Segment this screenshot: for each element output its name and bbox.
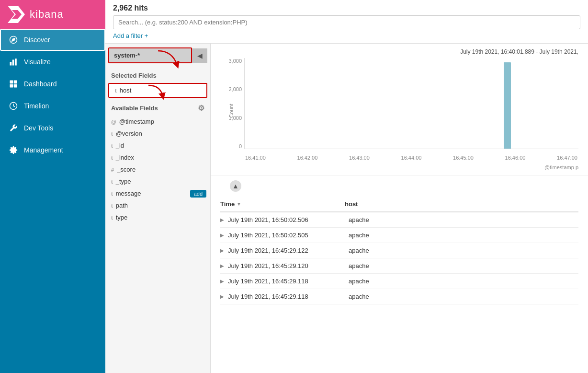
sidebar-item-label-visualize: Visualize bbox=[24, 58, 51, 66]
host-value: apache bbox=[349, 293, 578, 300]
available-field-type[interactable]: t _type bbox=[105, 175, 210, 187]
chart-x-axis: 16:41:00 16:42:00 16:43:00 16:44:00 16:4… bbox=[244, 152, 578, 163]
col-time-header[interactable]: Time ▼ bbox=[220, 200, 345, 208]
kibana-logo-text: kibana bbox=[30, 8, 64, 21]
sidebar-item-label-timelion: Timelion bbox=[24, 102, 49, 110]
chart-y-axis: 3,000 2,000 1,000 0 bbox=[220, 58, 244, 149]
expand-row-button[interactable]: ▶ bbox=[220, 279, 224, 284]
compass-icon bbox=[9, 35, 18, 45]
time-value: July 19th 2021, 16:45:29.118 bbox=[228, 293, 349, 300]
main-content: 2,962 hits Add a filter + system-* bbox=[105, 0, 588, 373]
clock-icon bbox=[9, 101, 18, 111]
available-field-index[interactable]: t _index bbox=[105, 152, 210, 163]
sidebar-item-label-dashboard: Dashboard bbox=[24, 80, 57, 88]
sidebar-item-timelion[interactable]: Timelion bbox=[0, 95, 105, 117]
available-fields-gear-icon[interactable]: ⚙ bbox=[198, 104, 204, 113]
svg-marker-2 bbox=[12, 38, 15, 41]
available-field-version[interactable]: t @version bbox=[105, 128, 210, 140]
available-field-path[interactable]: t path bbox=[105, 199, 210, 211]
kibana-logo-icon bbox=[8, 6, 25, 23]
collapse-chart-button[interactable]: ▲ bbox=[230, 180, 241, 192]
arrow-annotation-host bbox=[144, 83, 168, 102]
svg-rect-5 bbox=[15, 58, 17, 65]
search-input[interactable] bbox=[118, 19, 575, 26]
sidebar: kibana Discover Visualize bbox=[0, 0, 105, 373]
svg-rect-4 bbox=[12, 60, 14, 66]
host-value: apache bbox=[349, 232, 578, 239]
grid-icon bbox=[9, 79, 18, 89]
time-value: July 19th 2021, 16:45:29.118 bbox=[228, 278, 349, 285]
table-row: ▶ July 19th 2021, 16:45:29.118 apache bbox=[220, 289, 578, 304]
sidebar-item-label-discover: Discover bbox=[24, 36, 50, 44]
hits-count: 2,962 hits bbox=[113, 4, 580, 12]
content-area: system-* ◀ Selected Fields t host bbox=[105, 44, 588, 373]
results-header: Time ▼ host bbox=[220, 197, 578, 212]
search-bar[interactable] bbox=[113, 15, 580, 29]
time-value: July 19th 2021, 16:50:02.505 bbox=[228, 232, 349, 239]
sidebar-item-devtools[interactable]: Dev Tools bbox=[0, 117, 105, 139]
sidebar-item-visualize[interactable]: Visualize bbox=[0, 51, 105, 73]
svg-marker-0 bbox=[12, 10, 22, 19]
sidebar-nav: Discover Visualize Dashboard bbox=[0, 29, 105, 161]
sidebar-item-label-devtools: Dev Tools bbox=[24, 124, 53, 132]
filter-row: Add a filter + bbox=[113, 32, 580, 39]
host-value: apache bbox=[349, 278, 578, 285]
time-value: July 19th 2021, 16:45:29.122 bbox=[228, 247, 349, 254]
expand-row-button[interactable]: ▶ bbox=[220, 263, 224, 268]
field-type-badge-host: t bbox=[115, 88, 117, 93]
table-row: ▶ July 19th 2021, 16:50:02.506 apache bbox=[220, 212, 578, 228]
sidebar-item-label-management: Management bbox=[24, 146, 63, 154]
right-panel: July 19th 2021, 16:40:01.889 - July 19th… bbox=[211, 44, 588, 373]
chart-area: July 19th 2021, 16:40:01.889 - July 19th… bbox=[211, 44, 588, 175]
bar-tall bbox=[504, 62, 511, 149]
gear-icon bbox=[9, 145, 18, 155]
wrench-icon bbox=[9, 123, 18, 133]
expand-row-button[interactable]: ▶ bbox=[220, 294, 224, 299]
chart-container: Count 3,000 2,000 1,000 0 bbox=[220, 58, 578, 163]
svg-rect-3 bbox=[10, 62, 12, 66]
time-value: July 19th 2021, 16:50:02.506 bbox=[228, 216, 349, 223]
chart-body bbox=[244, 58, 578, 149]
host-value: apache bbox=[349, 216, 578, 223]
results-area: Time ▼ host ▶ July 19th 2021, 16:50:02.5… bbox=[211, 197, 588, 373]
logo-area: kibana bbox=[0, 0, 105, 29]
x-axis-label: @timestamp p bbox=[220, 164, 578, 170]
svg-rect-6 bbox=[10, 81, 13, 84]
available-field-timestamp[interactable]: @ @timestamp bbox=[105, 116, 210, 128]
table-row: ▶ July 19th 2021, 16:50:02.505 apache bbox=[220, 228, 578, 243]
bar-chart-icon bbox=[9, 57, 18, 67]
add-filter-button[interactable]: Add a filter + bbox=[113, 32, 148, 39]
table-row: ▶ July 19th 2021, 16:45:29.122 apache bbox=[220, 243, 578, 258]
date-range: July 19th 2021, 16:40:01.889 - July 19th… bbox=[460, 48, 578, 55]
arrow-annotation-index bbox=[153, 48, 182, 72]
expand-row-button[interactable]: ▶ bbox=[220, 248, 224, 253]
svg-rect-9 bbox=[14, 84, 17, 88]
topbar: 2,962 hits Add a filter + bbox=[105, 0, 588, 44]
host-value: apache bbox=[349, 262, 578, 269]
sidebar-item-discover[interactable]: Discover bbox=[0, 29, 105, 51]
index-nav-button[interactable]: ◀ bbox=[192, 48, 207, 63]
table-row: ▶ July 19th 2021, 16:45:29.118 apache bbox=[220, 274, 578, 289]
available-field-message[interactable]: t message add bbox=[105, 187, 210, 199]
left-panel: system-* ◀ Selected Fields t host bbox=[105, 44, 211, 373]
expand-row-button[interactable]: ▶ bbox=[220, 217, 224, 222]
expand-row-button[interactable]: ▶ bbox=[220, 233, 224, 238]
available-field-type2[interactable]: t type bbox=[105, 211, 210, 223]
table-row: ▶ July 19th 2021, 16:45:29.120 apache bbox=[220, 258, 578, 274]
sidebar-item-dashboard[interactable]: Dashboard bbox=[0, 73, 105, 95]
available-field-id[interactable]: t _id bbox=[105, 140, 210, 152]
add-message-button[interactable]: add bbox=[190, 190, 206, 198]
host-value: apache bbox=[349, 247, 578, 254]
sidebar-item-management[interactable]: Management bbox=[0, 139, 105, 161]
sort-icon: ▼ bbox=[237, 201, 241, 207]
collapse-row: ▲ bbox=[211, 175, 588, 197]
available-field-score[interactable]: # _score bbox=[105, 163, 210, 175]
svg-rect-7 bbox=[14, 81, 17, 84]
col-host-header: host bbox=[345, 200, 578, 208]
svg-rect-8 bbox=[10, 84, 13, 88]
time-value: July 19th 2021, 16:45:29.120 bbox=[228, 262, 349, 269]
field-name-host: host bbox=[120, 87, 132, 94]
